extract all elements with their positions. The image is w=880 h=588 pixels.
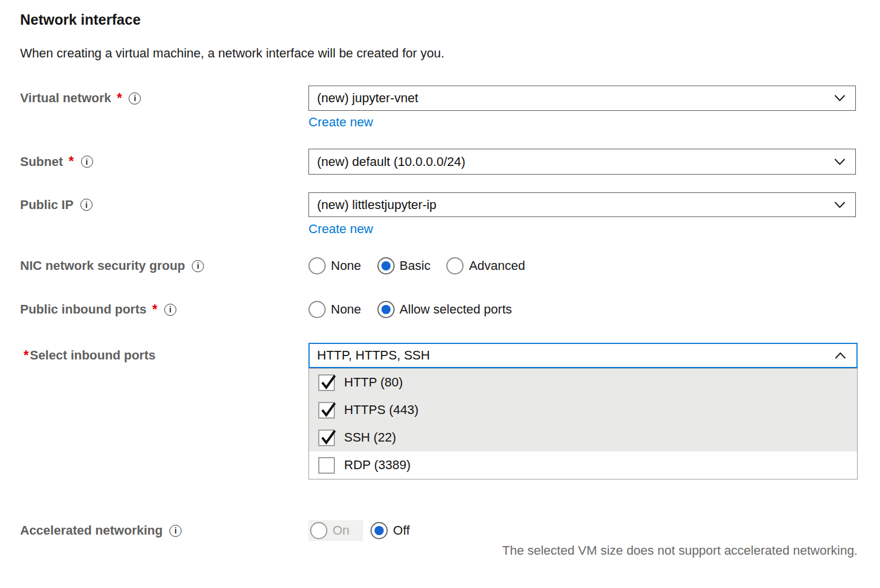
virtual-network-select[interactable]: (new) jupyter-vnet xyxy=(308,86,856,111)
public-ip-value: (new) littlestjupyter-ip xyxy=(317,198,437,212)
port-option-ssh[interactable]: SSH (22) xyxy=(309,424,857,451)
public-ip-label: Public IP xyxy=(20,198,74,212)
accelerated-networking-note: The selected VM size does not support ac… xyxy=(308,543,858,558)
check-icon xyxy=(320,373,337,391)
chevron-down-icon xyxy=(834,95,846,102)
radio-circle xyxy=(370,522,388,539)
checkbox xyxy=(318,457,335,474)
subnet-label: Subnet xyxy=(20,154,63,169)
public-inbound-ports-label-row: Public inbound ports* xyxy=(20,300,176,319)
accelerated-networking-option-off[interactable]: Off xyxy=(369,520,411,541)
select-inbound-ports-label-row: * Select inbound ports xyxy=(24,343,156,368)
info-icon[interactable] xyxy=(169,525,182,537)
network-interface-panel: Network interface When creating a virtua… xyxy=(0,0,880,588)
accelerated-networking-label-row: Accelerated networking xyxy=(20,520,182,541)
nic-nsg-option-advanced[interactable]: Advanced xyxy=(446,257,525,274)
chevron-down-icon xyxy=(834,158,846,165)
public-inbound-ports-radio-group: None Allow selected ports xyxy=(308,300,512,319)
public-inbound-ports-option-none[interactable]: None xyxy=(308,301,361,318)
chevron-down-icon xyxy=(834,201,846,208)
radio-circle xyxy=(377,301,395,318)
info-icon[interactable] xyxy=(81,156,93,168)
select-inbound-ports-label: Select inbound ports xyxy=(30,348,156,363)
required-marker: * xyxy=(24,348,29,363)
accelerated-networking-label: Accelerated networking xyxy=(20,523,163,538)
accelerated-networking-option-on[interactable]: On xyxy=(308,520,363,541)
radio-circle xyxy=(308,301,326,318)
virtual-network-label-row: Virtual network* xyxy=(20,86,141,111)
info-icon[interactable] xyxy=(192,260,204,272)
public-ip-create-new-link[interactable]: Create new xyxy=(308,222,373,237)
section-description: When creating a virtual machine, a netwo… xyxy=(20,46,445,61)
select-inbound-ports-combobox[interactable]: HTTP, HTTPS, SSH xyxy=(308,343,858,368)
public-ip-label-row: Public IP xyxy=(20,192,92,217)
radio-circle xyxy=(446,257,464,274)
nic-nsg-option-none[interactable]: None xyxy=(308,257,361,274)
virtual-network-label: Virtual network xyxy=(20,91,111,106)
virtual-network-value: (new) jupyter-vnet xyxy=(317,91,418,106)
port-option-http[interactable]: HTTP (80) xyxy=(309,369,857,396)
accelerated-networking-toggle: On Off xyxy=(308,520,411,541)
section-title: Network interface xyxy=(20,11,141,28)
checkbox xyxy=(318,374,335,391)
info-icon[interactable] xyxy=(129,92,141,105)
inbound-ports-dropdown-list: HTTP (80) HTTPS (443) SSH (22) RDP (3389… xyxy=(308,368,858,479)
radio-circle xyxy=(308,257,326,274)
subnet-select[interactable]: (new) default (10.0.0.0/24) xyxy=(308,149,856,175)
required-marker: * xyxy=(117,91,122,106)
check-icon xyxy=(320,400,337,419)
virtual-network-create-new-link[interactable]: Create new xyxy=(308,115,373,130)
public-inbound-ports-label: Public inbound ports xyxy=(20,302,146,317)
required-marker: * xyxy=(152,302,157,318)
nic-nsg-option-basic[interactable]: Basic xyxy=(377,257,431,274)
check-icon xyxy=(320,428,337,446)
public-inbound-ports-option-allow[interactable]: Allow selected ports xyxy=(377,301,512,318)
nic-nsg-radio-group: None Basic Advanced xyxy=(308,256,525,276)
info-icon[interactable] xyxy=(164,304,176,316)
radio-circle xyxy=(377,257,395,274)
port-option-https[interactable]: HTTPS (443) xyxy=(309,396,857,424)
checkbox xyxy=(318,402,335,419)
chevron-up-icon xyxy=(835,352,846,359)
radio-circle xyxy=(310,522,327,539)
select-inbound-ports-value: HTTP, HTTPS, SSH xyxy=(317,348,430,363)
subnet-value: (new) default (10.0.0.0/24) xyxy=(317,154,465,169)
info-icon[interactable] xyxy=(80,199,92,211)
required-marker: * xyxy=(69,154,74,169)
subnet-label-row: Subnet* xyxy=(20,149,93,175)
port-option-rdp[interactable]: RDP (3389) xyxy=(309,451,857,479)
public-ip-select[interactable]: (new) littlestjupyter-ip xyxy=(308,192,856,217)
nic-nsg-label: NIC network security group xyxy=(20,258,185,273)
nic-nsg-label-row: NIC network security group xyxy=(20,256,204,276)
checkbox xyxy=(318,430,335,446)
